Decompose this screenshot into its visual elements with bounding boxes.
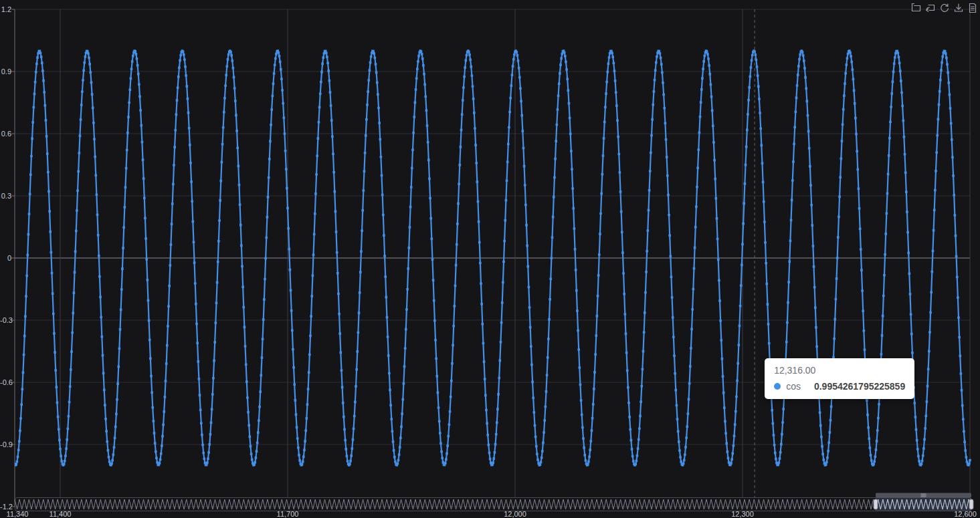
y-axis-label: -0.6: [0, 378, 11, 386]
y-axis-label: 0: [0, 254, 11, 262]
restore-icon[interactable]: [939, 3, 950, 13]
x-axis-label: 11,400: [50, 510, 72, 518]
tooltip-value: 0.9954261795225859: [814, 380, 905, 392]
tooltip-series-row: cos 0.9954261795225859: [774, 380, 905, 392]
x-axis-label: 12,600: [954, 510, 977, 518]
datazoom-handle-left[interactable]: [874, 499, 878, 509]
data-view-icon[interactable]: [967, 3, 978, 13]
save-image-icon[interactable]: [953, 3, 964, 13]
gridlines: [15, 9, 970, 507]
series-dot-icon: [774, 383, 781, 390]
x-axis-label: 11,700: [277, 510, 299, 518]
datazoom-window[interactable]: [876, 498, 971, 511]
datazoom-handle-right[interactable]: [969, 499, 973, 509]
y-axis-label: 0.3: [0, 192, 11, 200]
chart-canvas[interactable]: [0, 0, 980, 518]
zoom-reset-icon[interactable]: [925, 3, 936, 13]
x-axis-label: 11,340: [7, 510, 29, 518]
y-axis-label: 0.6: [0, 130, 11, 138]
toolbox: [911, 3, 978, 13]
y-axis-label: 1.2: [0, 5, 11, 13]
tooltip-x-value: 12,316.00: [774, 364, 905, 376]
tooltip: 12,316.00 cos 0.9954261795225859: [765, 358, 914, 399]
y-axis-label: -0.9: [0, 440, 11, 448]
x-axis-label: 12,000: [504, 510, 526, 518]
datazoom-mini-wave: [15, 499, 971, 509]
y-axis: [11, 9, 15, 507]
y-axis-label: 0.9: [0, 68, 11, 76]
y-axis-label: -0.3: [0, 316, 11, 324]
chart-app: 1.20.90.60.30-0.3-0.6-0.9-1.2 11,34011,4…: [0, 0, 980, 518]
datazoom-slider[interactable]: [15, 493, 973, 511]
zoom-select-icon[interactable]: [911, 3, 922, 13]
x-axis-label: 12,300: [731, 510, 754, 518]
tooltip-series-name: cos: [786, 380, 801, 392]
